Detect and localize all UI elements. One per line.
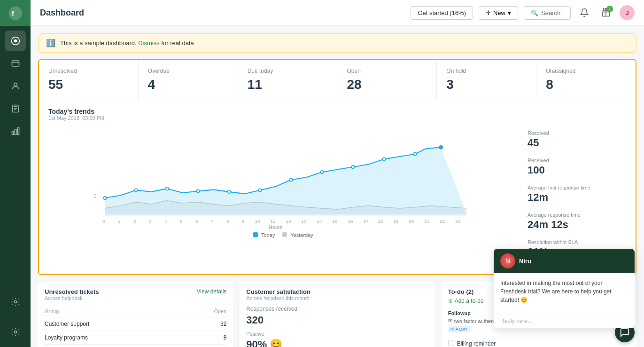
sidebar: f: [0, 0, 31, 347]
stat-overdue[interactable]: Overdue 4: [139, 60, 238, 100]
satisfaction-panel-header: Customer satisfaction Across helpdesk th…: [246, 288, 428, 301]
dismiss-button[interactable]: Dismiss: [138, 39, 160, 47]
sidebar-item-gear[interactable]: [5, 322, 26, 342]
info-icon: ℹ️: [46, 39, 55, 47]
svg-text:23: 23: [455, 219, 461, 224]
billing-label: Billing reminder: [457, 338, 496, 347]
trend-chart: 0: [48, 126, 518, 229]
satisfaction-responses: Responses received 320: [246, 306, 428, 326]
sidebar-item-settings[interactable]: [5, 292, 26, 312]
stat-value-open: 28: [347, 77, 427, 92]
svg-point-16: [196, 189, 200, 193]
sat-metrics: Positive 90% 😊: [246, 331, 428, 347]
svg-point-0: [8, 6, 22, 20]
stat-avg-response: Average response time 24m 12s: [528, 212, 626, 231]
avatar[interactable]: J: [620, 5, 635, 20]
stat-value-unassigned: 8: [546, 77, 626, 92]
responses-label: Responses received: [246, 306, 428, 312]
email-icon: ✉: [448, 318, 452, 324]
svg-text:22: 22: [440, 219, 445, 224]
svg-text:16: 16: [348, 219, 353, 224]
svg-point-19: [289, 178, 293, 181]
svg-text:17: 17: [364, 219, 369, 224]
svg-point-9: [14, 301, 16, 303]
svg-text:13: 13: [302, 219, 307, 224]
satisfaction-panel: Customer satisfaction Across helpdesk th…: [240, 282, 435, 347]
svg-text:Hours: Hours: [269, 224, 283, 229]
svg-point-23: [413, 152, 417, 156]
svg-text:18: 18: [378, 219, 383, 224]
svg-rect-3: [12, 61, 19, 66]
ticket-group-2: Loyalty programs: [45, 331, 191, 345]
sample-banner: ℹ️ This is a sample dashboard. Dismiss f…: [38, 33, 636, 53]
ticket-open-2: 8: [191, 331, 226, 345]
view-details-link[interactable]: View details: [197, 288, 227, 295]
svg-point-15: [165, 187, 169, 190]
chat-body: Interested in making the most out of you…: [494, 273, 635, 310]
stat-label-due-today: Due today: [248, 68, 328, 74]
svg-point-14: [134, 189, 138, 192]
svg-text:20: 20: [409, 219, 414, 224]
sat-positive: Positive 90% 😊: [246, 331, 428, 347]
svg-text:7: 7: [211, 219, 214, 224]
satisfaction-title-group: Customer satisfaction Across helpdesk th…: [246, 288, 310, 301]
table-row: Loyalty programs 8: [45, 331, 226, 345]
banner-text: This is a sample dashboard. Dismiss for …: [60, 39, 194, 47]
search-button[interactable]: 🔍 Search: [524, 6, 571, 20]
tickets-panel-header: Unresolved tickets Across helpdesk View …: [45, 288, 226, 301]
sidebar-item-reports[interactable]: [5, 121, 26, 142]
billing-checkbox[interactable]: [448, 340, 454, 346]
svg-point-21: [351, 166, 355, 169]
stat-due-today[interactable]: Due today 11: [238, 60, 338, 100]
satisfaction-subtitle: Across helpdesk this month: [246, 295, 310, 301]
col-group: Group: [45, 306, 191, 317]
stat-open[interactable]: Open 28: [337, 60, 437, 100]
trends-subtitle: 1st May 2018, 03:00 PM: [48, 115, 626, 121]
svg-rect-7: [15, 129, 16, 135]
trends-section: Today's trends 1st May 2018, 03:00 PM 0: [39, 100, 636, 274]
sidebar-item-knowledge[interactable]: [5, 98, 26, 119]
stat-label-overdue: Overdue: [148, 68, 228, 74]
stat-unresolved[interactable]: Unresolved 55: [39, 60, 139, 100]
svg-point-18: [258, 189, 262, 192]
gift-icon-button[interactable]: 1: [598, 5, 614, 21]
new-button[interactable]: ✛ New ▾: [479, 6, 518, 20]
header: Dashboard Get started (16%) ✛ New ▾ 🔍 Se…: [31, 0, 644, 26]
stat-unassigned[interactable]: Unassigned 8: [536, 60, 636, 100]
sidebar-item-tickets[interactable]: [5, 53, 26, 74]
svg-text:19: 19: [393, 219, 399, 224]
svg-text:5: 5: [180, 219, 183, 224]
svg-text:0: 0: [102, 219, 105, 224]
svg-point-10: [14, 331, 16, 333]
tickets-panel: Unresolved tickets Across helpdesk View …: [38, 282, 233, 347]
chat-agent-avatar: N: [500, 253, 515, 268]
page-title: Dashboard: [40, 8, 405, 18]
sidebar-item-contacts[interactable]: [5, 76, 26, 96]
sidebar-logo[interactable]: f: [0, 0, 31, 26]
stat-on-hold[interactable]: On hold 3: [437, 60, 536, 100]
legend-yesterday-dot: [282, 232, 287, 237]
ticket-open-3: 12: [191, 345, 226, 347]
sidebar-item-home[interactable]: [5, 31, 26, 51]
notification-bell[interactable]: [576, 5, 592, 21]
search-icon: 🔍: [531, 9, 538, 16]
legend-today: Today: [253, 232, 275, 238]
stat-label-open: Open: [347, 68, 427, 74]
billing-row: Billing reminder: [448, 335, 630, 347]
svg-text:10: 10: [255, 219, 261, 224]
svg-text:11: 11: [271, 219, 276, 224]
chat-header: N Niru: [494, 249, 635, 273]
ticket-open-1: 32: [191, 317, 226, 331]
stat-value-overdue: 4: [148, 77, 228, 92]
table-row: Vendor management 12: [45, 345, 226, 347]
stats-side: Resolved 45 Received 100 Average first r…: [528, 126, 626, 267]
ticket-group-3: Vendor management: [45, 345, 191, 347]
tickets-panel-title-group: Unresolved tickets Across helpdesk: [45, 288, 99, 301]
stat-label-unassigned: Unassigned: [546, 68, 626, 74]
get-started-button[interactable]: Get started (16%): [411, 6, 473, 20]
happy-emoji: 😊: [270, 339, 282, 347]
stat-value-on-hold: 3: [446, 77, 527, 92]
stats-row: Unresolved 55 Overdue 4 Due today 11 Ope…: [39, 60, 636, 100]
svg-text:2: 2: [133, 219, 136, 224]
chat-reply-input[interactable]: Reply here...: [494, 314, 635, 328]
